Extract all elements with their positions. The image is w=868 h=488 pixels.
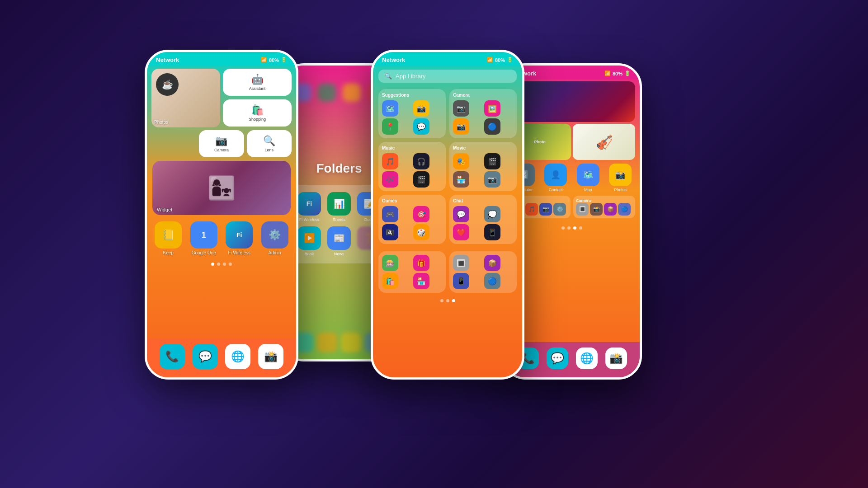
photos-app-p4[interactable]: 📸 Photos <box>606 164 636 192</box>
extras-cat-1[interactable]: 🎰 🎁 🛍️ 🏪 <box>378 251 446 293</box>
music2-icon[interactable]: 🎧 <box>413 153 429 169</box>
phone3-status-bar: Network 📶 80% 🔋 <box>373 52 522 66</box>
phone3-battery-icon: 🔋 <box>507 57 513 63</box>
camera-icon[interactable]: 📷 Camera <box>199 130 244 157</box>
game2-icon[interactable]: 🎯 <box>413 206 429 222</box>
app-library-grid: Suggestions 🗺️ 📸 📍 💬 Camera 📷 🖼️ 📸 🔵 <box>373 86 522 247</box>
chat2-icon[interactable]: 💭 <box>484 206 500 222</box>
phone3-battery-label: 80% <box>495 57 505 63</box>
game3-icon[interactable]: 🏴‍☠️ <box>382 224 398 240</box>
fi-wireless-app[interactable]: Fi Fi Wireless <box>223 221 255 255</box>
shopping-icon[interactable]: 🛍️ Shopping <box>223 99 292 127</box>
chat-title: Chat <box>453 198 513 203</box>
phone3-page-dots <box>373 296 522 306</box>
chat3-icon[interactable]: ❤️ <box>453 224 469 240</box>
phone4-status-bar: Network 📶 80% 🔋 <box>504 66 640 80</box>
camera-cat-icons: 📷 🖼️ 📸 🔵 <box>453 100 513 135</box>
chat4-icon[interactable]: 📱 <box>484 224 500 240</box>
search-icon: 🔍 <box>385 73 392 80</box>
location-icon[interactable]: 📍 <box>382 118 398 135</box>
games-category[interactable]: Games 🎮 🎯 🏴‍☠️ 🎲 <box>378 195 446 244</box>
battery-icon: 🔋 <box>281 57 287 63</box>
assistant-icon[interactable]: 🤖 Assistant <box>223 69 292 96</box>
games-icons: 🎮 🎯 🏴‍☠️ 🎲 <box>382 206 442 240</box>
movie4-icon[interactable]: 📷 <box>484 171 500 188</box>
camera-cat-p4[interactable]: Camera 🔳 📸 📦 🔵 <box>573 196 635 218</box>
p4-dot-1 <box>561 226 565 230</box>
admin-app[interactable]: ⚙️ Admin <box>259 221 291 255</box>
dock-messages[interactable]: 💬 <box>193 344 218 369</box>
game1-icon[interactable]: 🎮 <box>382 206 398 222</box>
p3-dot-1 <box>440 299 443 302</box>
folder-book-label: Book <box>305 252 314 256</box>
dock-photos[interactable]: 📸 <box>258 344 283 369</box>
games-title: Games <box>382 198 442 203</box>
music3-icon[interactable]: 🎶 <box>382 171 398 188</box>
cam4-icon[interactable]: 🔵 <box>484 118 500 135</box>
movie1-icon[interactable]: 🎭 <box>453 153 469 169</box>
folder-news[interactable]: 📰 News <box>326 226 352 256</box>
phone1-top-grid: ☕ Photos 🤖 Assistant 🛍️ Shopping <box>147 66 296 127</box>
p4-dock-photos[interactable]: 📸 <box>605 347 627 369</box>
chat-icon[interactable]: 💬 <box>413 118 429 135</box>
lens-icon[interactable]: 🔍 Lens <box>247 130 292 157</box>
movie-category[interactable]: Movie 🎭 🎬 🏪 📷 <box>449 142 517 191</box>
dock-phone[interactable]: 📞 <box>160 344 185 369</box>
photos2-icon[interactable]: 📸 <box>413 100 429 117</box>
google-one-label: Google One <box>192 250 216 255</box>
suggestions-category[interactable]: Suggestions 🗺️ 📸 📍 💬 <box>378 89 446 138</box>
cam3-icon[interactable]: 📸 <box>453 118 469 135</box>
map-label: Map <box>584 188 592 192</box>
collage-photo-2[interactable]: 🎻 <box>573 124 635 160</box>
photos-widget[interactable]: ☕ Photos <box>151 69 220 127</box>
suggestions-title: Suggestions <box>382 93 442 98</box>
collage-label-1: Photo <box>534 140 546 144</box>
folder-fi-wireless[interactable]: Fi Fi Wireless <box>297 192 322 222</box>
contact-label: Contact <box>549 188 563 192</box>
phone4-apps: 🔢 Calculator 👤 Contact 🗺️ Map 📸 Photos <box>504 162 640 194</box>
movie3-icon[interactable]: 🏪 <box>453 171 469 188</box>
music4-icon[interactable]: 🎬 <box>413 171 429 188</box>
folder-sheets[interactable]: 📊 Sheets <box>326 192 352 222</box>
contact-app[interactable]: 👤 Contact <box>541 164 571 192</box>
phone4-battery-label: 80% <box>613 71 623 76</box>
maps-icon[interactable]: 🗺️ <box>382 100 398 117</box>
phone-3: Network 📶 80% 🔋 🔍 App Library Suggestion… <box>371 50 524 380</box>
phone1-status-icons: 📶 80% 🔋 <box>261 57 287 63</box>
assistant-label: Assistant <box>249 86 266 91</box>
p4-dock-messages[interactable]: 💬 <box>547 347 568 369</box>
phone1-status-bar: Network 📶 80% 🔋 <box>147 52 296 66</box>
phone1-page-dots <box>147 259 296 269</box>
google-one-app[interactable]: 1 Google One <box>188 221 220 255</box>
music-category[interactable]: Music 🎵 🎧 🎶 🎬 <box>378 142 446 191</box>
cam2-icon[interactable]: 🖼️ <box>484 100 500 117</box>
extras-cat-2[interactable]: 🔳 📦 📱 🔵 <box>449 251 517 293</box>
phone4-signal-icon: 📶 <box>604 70 611 76</box>
folder-book[interactable]: ▶️ Book <box>297 226 322 256</box>
movie-title: Movie <box>453 145 513 150</box>
app-library-grid-2: 🎰 🎁 🛍️ 🏪 🔳 📦 📱 🔵 <box>373 249 522 296</box>
camera-category[interactable]: Camera 📷 🖼️ 📸 🔵 <box>449 89 517 138</box>
camera-cat-icon[interactable]: 📷 <box>453 100 469 117</box>
game4-icon[interactable]: 🎲 <box>413 224 429 240</box>
phone3-signal-icon: 📶 <box>487 57 493 63</box>
phone4-categories: Tools 📺 🎵 📷 ⚙️ Camera 🔳 📸 📦 🔵 <box>504 194 640 220</box>
fi-wireless-label: Fi Wireless <box>228 250 250 255</box>
map-app[interactable]: 🗺️ Map <box>573 164 603 192</box>
signal-icon: 📶 <box>261 57 267 63</box>
movie2-icon[interactable]: 🎬 <box>484 153 500 169</box>
p4-dock-chrome[interactable]: 🌐 <box>576 347 598 369</box>
widget-photo[interactable]: 👩‍👧 Widget <box>152 161 291 215</box>
keep-app[interactable]: 📒 Keep <box>152 221 184 255</box>
app-library-search[interactable]: 🔍 App Library <box>378 70 517 83</box>
chat-category[interactable]: Chat 💬 💭 ❤️ 📱 <box>449 195 517 244</box>
photos-label: Photos <box>154 120 168 125</box>
photos-label-p4: Photos <box>614 188 627 192</box>
dot-4 <box>229 263 232 266</box>
dot-1 <box>211 263 214 266</box>
keep-label: Keep <box>163 250 174 255</box>
music1-icon[interactable]: 🎵 <box>382 153 398 169</box>
dock-chrome[interactable]: 🌐 <box>225 344 250 369</box>
phone4-banner[interactable]: Photo <box>509 81 635 122</box>
chat1-icon[interactable]: 💬 <box>453 206 469 222</box>
